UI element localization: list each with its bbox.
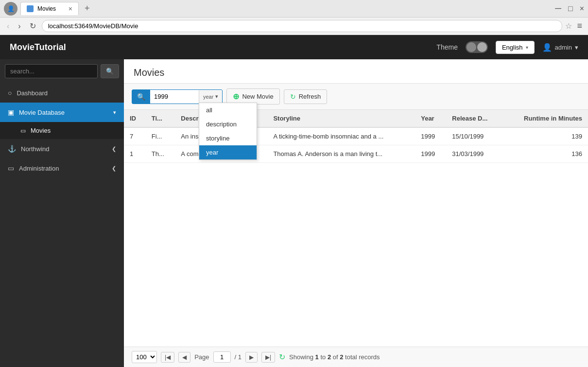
cell-storyline: Thomas A. Anderson is a man living t... xyxy=(267,145,415,163)
theme-label: Theme xyxy=(436,43,458,51)
browser-tab[interactable]: Movies × xyxy=(20,2,79,15)
maximize-button[interactable]: □ xyxy=(568,4,573,13)
search-field-arrow: ▾ xyxy=(215,93,218,100)
first-page-button[interactable]: |◀ xyxy=(161,352,174,363)
app-title: MovieTutorial xyxy=(10,42,436,52)
col-header-title[interactable]: Ti... xyxy=(146,110,175,127)
address-bar[interactable] xyxy=(42,20,563,32)
admin-menu[interactable]: 👤 admin ▾ xyxy=(542,43,578,52)
page-label: Page xyxy=(194,353,209,361)
browser-titlebar: 👤 Movies × + ─ □ × xyxy=(0,0,588,17)
col-header-runtime[interactable]: Runtime in Minutes xyxy=(503,110,588,127)
movie-database-icon: ▣ xyxy=(8,108,14,116)
cell-runtime: 139 xyxy=(503,127,588,145)
theme-dot-dark[interactable] xyxy=(467,42,476,52)
next-page-button[interactable]: ▶ xyxy=(245,352,258,363)
dashboard-icon: ○ xyxy=(8,89,12,97)
new-tab-button[interactable]: + xyxy=(82,3,93,14)
sidebar: 🔍 ○ Dashboard ▣ Movie Database ▾ ▭ Movie… xyxy=(0,59,124,367)
sidebar-item-northwind[interactable]: ⚓ Northwind ❮ xyxy=(0,139,124,158)
admin-icon: 👤 xyxy=(542,43,552,52)
pagination-refresh-icon[interactable]: ↻ xyxy=(279,352,285,362)
search-field-dropdown: all description storyline year xyxy=(199,103,257,160)
close-button[interactable]: × xyxy=(580,4,584,13)
cell-storyline: A ticking-time-bomb insomniac and a ... xyxy=(267,127,415,145)
refresh-icon: ↻ xyxy=(290,93,296,101)
col-header-id[interactable]: ID xyxy=(124,110,146,127)
col-header-release-date[interactable]: Release D... xyxy=(446,110,503,127)
dropdown-option-storyline[interactable]: storyline xyxy=(199,131,257,145)
movies-icon: ▭ xyxy=(20,127,26,134)
navbar-right: Theme English ▾ 👤 admin ▾ xyxy=(436,41,578,54)
administration-icon: ▭ xyxy=(8,164,14,172)
sidebar-item-label: Movie Database xyxy=(19,109,65,116)
sidebar-item-dashboard[interactable]: ○ Dashboard xyxy=(0,83,124,103)
dropdown-option-all[interactable]: all xyxy=(199,103,257,117)
content-area: Movies 🔍 year ▾ all descript xyxy=(124,59,588,367)
col-header-storyline[interactable]: Storyline xyxy=(267,110,415,127)
tab-title: Movies xyxy=(37,5,56,12)
table-row[interactable]: 1 Th... A computer hacker le... Thomas A… xyxy=(124,145,588,163)
forward-button[interactable]: › xyxy=(15,20,23,33)
last-page-button[interactable]: ▶| xyxy=(261,352,275,363)
browser-menu-icon[interactable]: ≡ xyxy=(575,21,584,31)
page-title: Movies xyxy=(134,67,578,78)
plus-icon: ⊕ xyxy=(233,92,239,101)
reload-button[interactable]: ↻ xyxy=(27,19,39,33)
search-field-dropdown-button[interactable]: year ▾ xyxy=(199,90,222,103)
page-separator: / 1 xyxy=(235,353,242,361)
refresh-button[interactable]: ↻ Refresh xyxy=(284,89,328,104)
browser-user-icon: 👤 xyxy=(4,2,17,16)
tab-close-button[interactable]: × xyxy=(69,5,72,12)
sidebar-subitem-movies[interactable]: ▭ Movies xyxy=(0,122,124,139)
language-arrow: ▾ xyxy=(526,45,528,50)
table-row[interactable]: 7 Fi... An insomniac office .... A ticki… xyxy=(124,127,588,145)
movies-table: ID Ti... Description Storyline Year Rele… xyxy=(124,110,588,163)
movie-database-arrow: ▾ xyxy=(113,109,116,116)
cell-runtime: 136 xyxy=(503,145,588,163)
top-navbar: MovieTutorial Theme English ▾ 👤 admin ▾ xyxy=(0,35,588,59)
browser-controls: ‹ › ↻ ☆ ≡ xyxy=(0,17,588,35)
search-field-label: year xyxy=(203,94,213,100)
total-records-info: Showing 1 to 2 of 2 total records xyxy=(289,353,380,361)
administration-arrow: ❮ xyxy=(112,165,116,172)
search-value-input[interactable] xyxy=(150,90,199,103)
language-button[interactable]: English ▾ xyxy=(496,41,535,54)
pagination-bar: 100 10 25 50 |◀ ◀ Page / 1 ▶ ▶| ↻ Showin… xyxy=(124,347,588,367)
language-label: English xyxy=(502,44,523,51)
search-group: 🔍 year ▾ all description storyline year xyxy=(132,89,223,104)
admin-label: admin xyxy=(555,44,572,51)
page-number-input[interactable] xyxy=(213,351,231,363)
table-container: ID Ti... Description Storyline Year Rele… xyxy=(124,110,588,347)
theme-toggle[interactable] xyxy=(466,41,488,53)
app-container: MovieTutorial Theme English ▾ 👤 admin ▾ xyxy=(0,35,588,367)
cell-id: 7 xyxy=(124,127,146,145)
sidebar-subitem-label: Movies xyxy=(31,127,51,134)
northwind-icon: ⚓ xyxy=(8,145,16,153)
search-input[interactable] xyxy=(5,64,98,78)
search-button[interactable]: 🔍 xyxy=(101,64,119,78)
refresh-label: Refresh xyxy=(299,93,321,100)
search-execute-button[interactable]: 🔍 xyxy=(132,90,150,104)
dropdown-option-description[interactable]: description xyxy=(199,117,257,131)
sidebar-item-administration[interactable]: ▭ Administration ❮ xyxy=(0,158,124,178)
minimize-button[interactable]: ─ xyxy=(555,3,561,14)
col-header-year[interactable]: Year xyxy=(415,110,446,127)
bookmark-icon[interactable]: ☆ xyxy=(565,21,572,31)
page-size-select[interactable]: 100 10 25 50 xyxy=(132,351,157,363)
new-movie-label: New Movie xyxy=(242,93,273,100)
sidebar-item-movie-database[interactable]: ▣ Movie Database ▾ xyxy=(0,103,124,122)
theme-dot-light[interactable] xyxy=(477,42,487,52)
table-body: 7 Fi... An insomniac office .... A ticki… xyxy=(124,127,588,163)
admin-arrow: ▾ xyxy=(575,44,578,51)
back-button[interactable]: ‹ xyxy=(4,20,12,33)
dropdown-option-year[interactable]: year xyxy=(199,145,257,159)
northwind-arrow: ❮ xyxy=(112,146,116,152)
cell-year: 1999 xyxy=(415,145,446,163)
table-header-row: ID Ti... Description Storyline Year Rele… xyxy=(124,110,588,127)
cell-id: 1 xyxy=(124,145,146,163)
prev-page-button[interactable]: ◀ xyxy=(178,352,190,363)
cell-title: Th... xyxy=(146,145,175,163)
cell-release-date: 15/10/1999 xyxy=(446,127,503,145)
cell-year: 1999 xyxy=(415,127,446,145)
